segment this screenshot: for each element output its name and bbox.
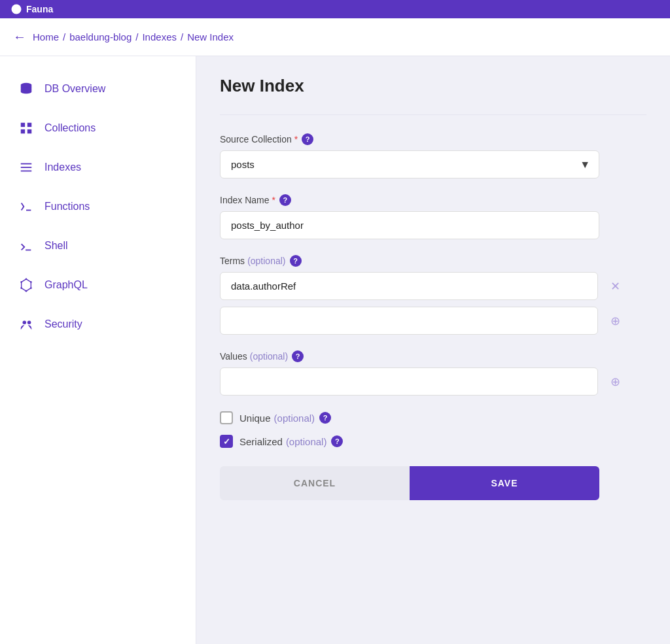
sidebar-item-indexes[interactable]: Indexes [0, 148, 196, 187]
term-add-button[interactable]: ⊕ [605, 311, 626, 331]
svg-rect-5 [27, 129, 31, 133]
serialized-checkbox[interactable] [220, 435, 233, 448]
svg-point-16 [20, 287, 22, 289]
svg-point-12 [26, 278, 27, 280]
term-row-2: ⊕ [220, 307, 626, 335]
shell-icon [18, 238, 34, 254]
index-name-section: Index Name* ? [220, 194, 646, 239]
top-bar: Fauna [0, 0, 670, 18]
sidebar-item-security[interactable]: Security [0, 305, 196, 344]
svg-point-13 [30, 281, 32, 283]
back-button[interactable]: ← [13, 29, 26, 44]
term-input-2[interactable] [220, 307, 598, 335]
breadcrumb-db[interactable]: baeldung-blog [69, 31, 132, 42]
value-add-button[interactable]: ⊕ [605, 371, 626, 392]
sidebar-label-shell: Shell [44, 240, 68, 252]
security-icon [18, 316, 34, 332]
svg-point-14 [30, 287, 32, 289]
index-name-input[interactable] [220, 211, 599, 239]
svg-rect-4 [21, 129, 25, 133]
serialized-label: Serialized (optional) ? [239, 435, 343, 447]
values-label: Values (optional) ? [220, 350, 646, 362]
sidebar-label-db-overview: DB Overview [44, 83, 105, 95]
svg-rect-2 [21, 123, 25, 127]
sidebar-item-shell[interactable]: Shell [0, 226, 196, 265]
sidebar-item-db-overview[interactable]: DB Overview [0, 69, 196, 109]
breadcrumb-current: New Index [187, 31, 234, 42]
terms-section: Terms (optional) ? ✕ ⊕ [220, 255, 646, 335]
sidebar-item-collections[interactable]: Collections [0, 109, 196, 148]
sidebar-label-collections: Collections [44, 122, 96, 134]
values-help[interactable]: ? [292, 350, 304, 362]
source-collection-select[interactable]: posts [220, 150, 599, 178]
source-collection-section: Source Collection* ? posts ▼ [220, 133, 646, 178]
main-content: New Index Source Collection* ? posts ▼ I… [196, 56, 670, 644]
value-input-1[interactable] [220, 367, 598, 396]
source-collection-label: Source Collection* ? [220, 133, 646, 145]
cancel-button[interactable]: CANCEL [220, 466, 410, 500]
serialized-row: Serialized (optional) ? [220, 435, 646, 448]
svg-point-19 [27, 321, 31, 325]
sidebar-label-indexes: Indexes [44, 161, 81, 173]
svg-point-17 [20, 281, 22, 283]
svg-point-15 [26, 290, 27, 292]
sidebar: DB Overview Collections I [0, 56, 196, 644]
functions-icon [18, 199, 34, 214]
button-row: CANCEL SAVE [220, 466, 599, 500]
terms-help[interactable]: ? [290, 255, 302, 267]
value-row-1: ⊕ [220, 367, 626, 396]
index-name-help[interactable]: ? [279, 194, 291, 206]
serialized-help[interactable]: ? [331, 435, 343, 447]
fauna-logo: Fauna [10, 3, 53, 15]
database-icon [18, 81, 34, 97]
unique-label: Unique (optional) ? [239, 412, 331, 424]
svg-rect-3 [27, 123, 31, 127]
index-name-label: Index Name* ? [220, 194, 646, 206]
term-input-1[interactable] [220, 272, 598, 300]
sidebar-label-graphql: GraphQL [44, 279, 88, 291]
term-row-1: ✕ [220, 272, 626, 300]
divider [220, 114, 646, 115]
source-collection-wrapper: posts ▼ [220, 150, 599, 178]
values-section: Values (optional) ? ⊕ [220, 350, 646, 396]
unique-row: Unique (optional) ? [220, 411, 646, 424]
breadcrumb-home[interactable]: Home [33, 31, 59, 42]
breadcrumb: Home / baeldung-blog / Indexes / New Ind… [33, 31, 234, 42]
unique-help[interactable]: ? [319, 412, 331, 424]
save-button[interactable]: SAVE [410, 466, 599, 500]
graphql-icon [18, 277, 34, 293]
svg-point-0 [12, 5, 22, 14]
unique-checkbox[interactable] [220, 411, 233, 424]
sidebar-label-security: Security [44, 318, 82, 330]
breadcrumb-indexes[interactable]: Indexes [142, 31, 177, 42]
sidebar-label-functions: Functions [44, 201, 90, 212]
collections-icon [18, 120, 34, 136]
terms-label: Terms (optional) ? [220, 255, 646, 267]
page-title: New Index [220, 76, 646, 96]
sidebar-item-functions[interactable]: Functions [0, 187, 196, 226]
term-remove-button-1[interactable]: ✕ [605, 276, 626, 297]
indexes-icon [18, 160, 34, 175]
sidebar-item-graphql[interactable]: GraphQL [0, 265, 196, 305]
main-layout: DB Overview Collections I [0, 56, 670, 644]
svg-point-18 [23, 321, 27, 325]
svg-marker-11 [22, 279, 31, 291]
breadcrumb-bar: ← Home / baeldung-blog / Indexes / New I… [0, 18, 670, 56]
source-collection-help[interactable]: ? [302, 133, 313, 145]
